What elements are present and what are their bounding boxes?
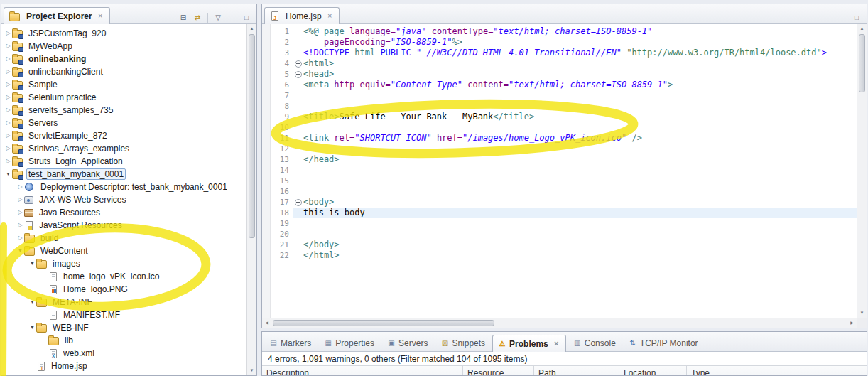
collapse-arrow-icon[interactable]: ▼ <box>28 296 36 308</box>
collapse-arrow-icon[interactable]: ▼ <box>28 257 36 270</box>
expand-arrow-icon[interactable]: ▷ <box>4 155 12 168</box>
tree-item-label: home_logo_vPK_icon.ico <box>61 271 161 282</box>
scroll-up-icon[interactable]: ▲ <box>247 24 256 33</box>
column-header-description[interactable]: Description <box>262 365 463 375</box>
expand-arrow-icon[interactable]: ▷ <box>16 219 24 232</box>
tree-item[interactable]: Home.jsp <box>1 360 246 372</box>
tree-item[interactable]: ▷JSPCustomTag_920 <box>1 27 246 40</box>
tree-item[interactable]: ▷Selenium practice <box>1 91 246 104</box>
line-number: 17 <box>262 197 293 208</box>
scrollbar-thumb[interactable] <box>249 34 255 238</box>
view-menu-icon[interactable]: ▽ <box>212 12 224 23</box>
tree-item[interactable]: ▷servelts_samples_735 <box>1 104 246 117</box>
tree-item[interactable]: ▷build <box>1 232 246 245</box>
expand-arrow-icon[interactable]: ▷ <box>4 104 12 117</box>
close-icon[interactable]: × <box>97 12 104 20</box>
expand-arrow-icon[interactable]: ▷ <box>16 206 24 219</box>
tab-console[interactable]: Console <box>568 334 622 352</box>
column-header-path[interactable]: Path <box>534 365 619 375</box>
close-icon[interactable]: × <box>326 12 334 20</box>
tree-item[interactable]: ▷JavaScript Resources <box>1 219 246 232</box>
project-tree[interactable]: ▷JSPCustomTag_920▷MyWebApp▷onlinebanking… <box>1 24 246 375</box>
bottom-tabbar: MarkersPropertiesServersSnippetsProblems… <box>262 332 867 352</box>
tree-item[interactable]: lib <box>1 334 246 347</box>
tree-item[interactable]: ▼WEB-INF <box>1 321 246 334</box>
tree-item[interactable]: Home_logo.PNG <box>1 283 246 296</box>
tab-snippets[interactable]: Snippets <box>435 334 491 352</box>
scroll-down-icon[interactable]: ▼ <box>857 308 867 318</box>
column-header-location[interactable]: Location <box>619 365 687 375</box>
tree-item[interactable]: ▼WebContent <box>1 245 246 257</box>
expand-arrow-icon[interactable]: ▷ <box>4 142 12 155</box>
collapse-arrow-icon[interactable]: ▼ <box>16 245 24 257</box>
expand-arrow-icon[interactable]: ▷ <box>16 232 24 245</box>
tree-item[interactable]: ▷Srinivas_Arrays_examples <box>1 142 246 155</box>
fold-toggle-icon[interactable] <box>295 199 302 206</box>
collapse-arrow-icon[interactable]: ▼ <box>4 168 12 181</box>
tab-markers[interactable]: Markers <box>264 334 317 352</box>
fold-toggle-icon[interactable] <box>295 60 302 68</box>
scroll-right-icon[interactable]: ▶ <box>847 318 857 328</box>
tree-item[interactable]: ▷ServletExample_872 <box>1 129 246 142</box>
editor-horizontal-scrollbar[interactable]: ◀ ▶ <box>262 318 857 328</box>
maximize-icon[interactable]: □ <box>850 12 863 23</box>
scroll-left-icon[interactable]: ◀ <box>262 318 271 328</box>
minimize-icon[interactable]: — <box>836 12 849 23</box>
tab-home-jsp[interactable]: Home.jsp × <box>264 7 340 24</box>
expand-arrow-icon[interactable]: ▷ <box>16 193 24 206</box>
tree-item[interactable]: home_logo_vPK_icon.ico <box>1 270 246 283</box>
expand-arrow-icon[interactable]: ▷ <box>4 117 12 129</box>
project-explorer-panel: Project Explorer × ⊟ ⇄ ▽ — □ ▷JSPCustomT… <box>1 4 257 376</box>
collapse-all-icon[interactable]: ⊟ <box>177 12 190 23</box>
expand-arrow-icon[interactable]: ▷ <box>4 129 12 142</box>
tree-item[interactable]: ▷JAX-WS Web Services <box>1 193 246 206</box>
project-icon <box>12 107 23 115</box>
tree-item[interactable]: ▼META-INF <box>1 296 246 308</box>
tree-item[interactable]: ▷Struts_Login_Application <box>1 155 246 168</box>
tree-item[interactable]: ▷Java Resources <box>1 206 246 219</box>
scroll-down-icon[interactable]: ▼ <box>247 366 256 375</box>
maximize-icon[interactable]: □ <box>240 12 253 23</box>
code-editor[interactable]: 1<%@ page language="java" contentType="t… <box>262 24 857 318</box>
fold-column <box>293 112 303 122</box>
expand-arrow-icon[interactable]: ▷ <box>4 40 12 53</box>
tab-problems[interactable]: Problems× <box>492 335 566 352</box>
minimize-icon[interactable]: — <box>226 12 239 23</box>
expand-arrow-icon[interactable]: ▷ <box>16 181 24 193</box>
tree-item[interactable]: ▼test_bank_mybank_0001 <box>1 168 246 181</box>
link-with-editor-icon[interactable]: ⇄ <box>191 12 204 23</box>
expand-arrow-icon[interactable]: ▷ <box>4 65 12 78</box>
scrollbar-thumb[interactable] <box>273 320 494 326</box>
scrollbar-thumb[interactable] <box>859 34 865 92</box>
tree-item[interactable]: web.xml <box>1 347 246 360</box>
tree-item[interactable]: ▷onlinebankingClient <box>1 65 246 78</box>
editor-vertical-scrollbar[interactable]: ▲ ▼ <box>857 24 867 318</box>
fold-column <box>293 122 303 133</box>
scroll-up-icon[interactable]: ▲ <box>857 24 867 33</box>
code-line: 17<body> <box>262 197 857 208</box>
fold-toggle-icon[interactable] <box>295 71 302 78</box>
tree-item[interactable]: ▷onlinebanking <box>1 53 246 65</box>
tab-servers[interactable]: Servers <box>381 334 433 352</box>
tab-project-explorer[interactable]: Project Explorer × <box>4 7 110 24</box>
tab-properties[interactable]: Properties <box>318 334 380 352</box>
tree-item[interactable]: ▷Sample <box>1 78 246 91</box>
expand-arrow-icon[interactable]: ▷ <box>4 53 12 65</box>
expand-arrow-icon[interactable]: ▷ <box>4 78 12 91</box>
project-icon <box>12 30 23 38</box>
tree-item[interactable]: MANIFEST.MF <box>1 308 246 321</box>
project-tree-scrollbar[interactable]: ▲ ▼ <box>246 24 256 375</box>
expand-arrow-icon[interactable]: ▷ <box>4 91 12 104</box>
column-header-type[interactable]: Type <box>687 365 747 375</box>
tree-item[interactable]: ▷Deployment Descriptor: test_bank_mybank… <box>1 181 246 193</box>
code-line: 14 <box>262 165 857 176</box>
tree-item[interactable]: ▷MyWebApp <box>1 40 246 53</box>
tree-item[interactable]: ▼images <box>1 257 246 270</box>
collapse-arrow-icon[interactable]: ▼ <box>28 321 36 334</box>
close-icon[interactable]: × <box>553 340 560 348</box>
tab-tcp-ip-monitor[interactable]: TCP/IP Monitor <box>623 334 704 352</box>
column-header-resource[interactable]: Resource <box>463 365 534 375</box>
expand-arrow-icon[interactable]: ▷ <box>4 27 12 40</box>
code-line: 11<link rel="SHORTCUT ICON" href="/image… <box>262 133 857 144</box>
tree-item[interactable]: ▷Servers <box>1 117 246 129</box>
